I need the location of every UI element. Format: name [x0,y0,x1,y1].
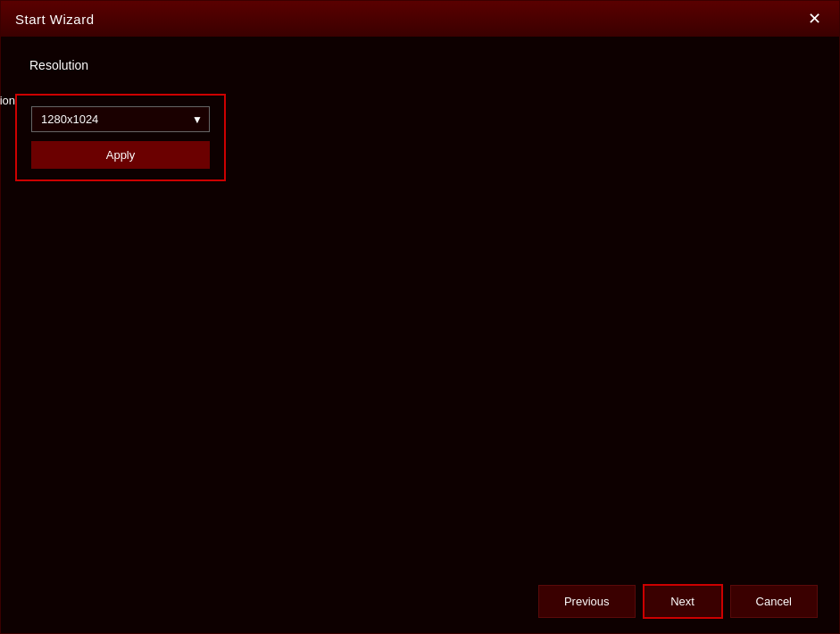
footer: Previous Next Cancel [1,570,839,633]
cancel-button[interactable]: Cancel [730,585,818,618]
apply-button[interactable]: Apply [31,141,210,169]
resolution-select[interactable]: 1280x1024 640x480 800x600 1024x768 1920x… [31,106,210,132]
section-title: Resolution [29,58,811,72]
previous-button[interactable]: Previous [538,585,636,618]
dialog-title: Start Wizard [15,12,95,27]
resolution-form: Output Resolution 1280x1024 640x480 800x… [29,94,811,181]
titlebar: Start Wizard ✕ [1,1,839,37]
next-button[interactable]: Next [643,584,723,619]
output-resolution-label: Output Resolution [0,94,15,107]
dialog-window: Start Wizard ✕ Resolution Output Resolut… [0,0,840,634]
resolution-dropdown-wrapper: 1280x1024 640x480 800x600 1024x768 1920x… [31,106,210,132]
close-button[interactable]: ✕ [803,8,825,29]
resolution-controls: 1280x1024 640x480 800x600 1024x768 1920x… [15,94,226,181]
main-content: Resolution Output Resolution 1280x1024 6… [1,37,839,570]
